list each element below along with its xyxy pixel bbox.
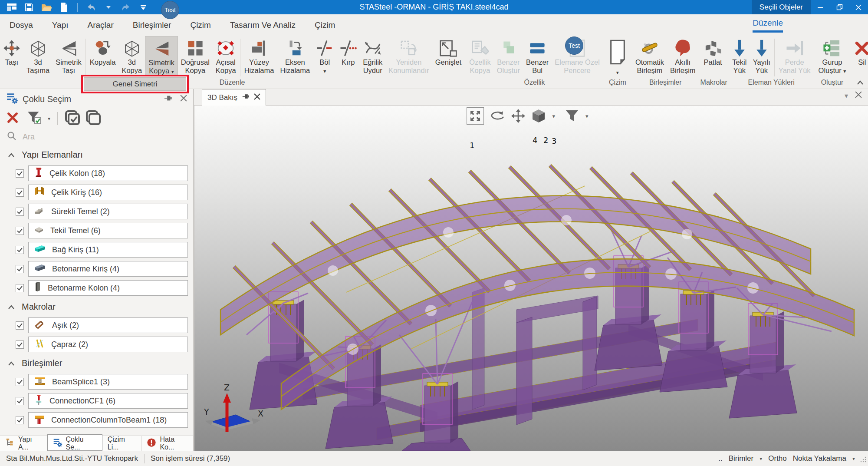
dropdown-caret-icon[interactable]: ▾ (552, 113, 556, 119)
item-surekli-temel[interactable]: Sürekli Temel (2) (28, 204, 188, 219)
checkbox[interactable] (16, 416, 24, 424)
ribbon-button-otomatik-birlesim[interactable]: OtomatikBirleşim (632, 36, 667, 78)
uncheck-all-button[interactable] (85, 110, 101, 127)
checkbox[interactable] (16, 397, 24, 405)
orbit-button[interactable] (489, 109, 506, 122)
app-icon[interactable] (6, 2, 17, 13)
tab-yapi-agaci[interactable]: Yapı A... (0, 436, 47, 451)
ribbon-button-perde-yanal-yuk[interactable]: PerdeYanal Yük (776, 36, 814, 78)
filter-dropdown-caret-icon[interactable]: ▾ (48, 116, 50, 121)
checkbox[interactable] (16, 265, 24, 273)
tab-duzenle[interactable]: Düzenle (750, 14, 786, 36)
checkbox[interactable] (16, 321, 24, 330)
close-button[interactable] (849, 0, 868, 14)
item-capraz[interactable]: Çapraz (2) (28, 337, 188, 352)
checkbox[interactable] (16, 169, 24, 178)
pan-button[interactable] (511, 109, 526, 123)
ribbon-button-tekil-yuk[interactable]: TekilYük (729, 36, 750, 78)
ribbon-button-eksen-hizalama[interactable]: EksenHizalama (277, 36, 313, 78)
ribbon-button-yayili-yuk[interactable]: YayılıYük (750, 36, 773, 78)
ribbon-button-egrilik-uydur[interactable]: EğrilikUydur (360, 36, 385, 78)
close-icon[interactable] (254, 93, 260, 102)
selected-objects-button[interactable]: Seçili Objeler (752, 0, 811, 14)
ribbon-button-yeniden-konumlandir[interactable]: YenidenKonumlandır (385, 36, 432, 78)
checkbox[interactable] (16, 378, 24, 386)
ribbon-button-cizim[interactable]: ▾ (605, 36, 631, 78)
undo-dropdown-caret-icon[interactable] (103, 2, 114, 13)
menu-birlesimler[interactable]: Birleşimler (131, 16, 173, 34)
ribbon-button-gurup-olustur[interactable]: GurupOluştur ▾ (815, 36, 849, 78)
restore-button[interactable] (830, 0, 849, 14)
search-input[interactable] (22, 132, 152, 142)
ribbon-button-akilli-birlesim[interactable]: AkıllıBirleşim (667, 36, 699, 78)
ribbon-button-3d-tasima[interactable]: 3dTaşıma (23, 36, 53, 78)
filter-button[interactable] (27, 110, 43, 127)
item-celik-kiris[interactable]: Çelik Kiriş (16) (28, 185, 188, 200)
save-button[interactable] (23, 2, 35, 13)
zoom-extents-button[interactable] (467, 107, 484, 125)
menu-araclar[interactable]: Araçlar (86, 16, 115, 34)
item-bag-kiris[interactable]: Bağ Kiriş (11) (28, 242, 188, 258)
view-cube-button[interactable] (531, 108, 546, 124)
checkbox[interactable] (16, 340, 24, 349)
menu-dosya[interactable]: Dosya (8, 16, 35, 34)
ribbon-button-bol[interactable]: Böl▾ (313, 36, 336, 78)
ribbon-button-kopyala[interactable]: Kopyala (87, 36, 119, 78)
undo-button[interactable] (85, 2, 97, 13)
check-all-button[interactable] (65, 110, 80, 127)
ribbon-button-genislet[interactable]: Genişlet (432, 36, 465, 78)
pin-icon[interactable] (242, 93, 250, 102)
3d-canvas[interactable]: 1 4 2 3 Z Y X (194, 106, 868, 451)
menu-item-genel-simetri[interactable]: Genel Simetri (84, 77, 186, 91)
ortho-toggle[interactable]: Ortho (768, 454, 787, 463)
section-header-makrolar[interactable]: Makrolar (0, 297, 193, 316)
item-betonarme-kolon[interactable]: Betonarme Kolon (4) (28, 280, 188, 296)
ribbon-button-sil[interactable]: Sil (851, 36, 868, 78)
menu-cizim-1[interactable]: Çizim (188, 16, 213, 34)
ribbon-button-acisal-kopya[interactable]: AçısalKopya (213, 36, 239, 78)
item-connectioncolumntobeam1[interactable]: ConnectionColumnToBeam1 (18) (28, 412, 188, 428)
ribbon-button-benzer-bul[interactable]: BenzerBul (523, 36, 552, 78)
item-connectioncf1[interactable]: ConnectionCF1 (6) (28, 393, 188, 409)
tab-list-caret-icon[interactable]: ▾ (845, 92, 848, 100)
ribbon-button-yuzey-hizalama[interactable]: YüzeyHizalama (241, 36, 277, 78)
checkbox[interactable] (16, 208, 24, 216)
units-dropdown[interactable]: Birimler (729, 454, 754, 463)
ribbon-button-simetrik-tasi[interactable]: SimetrikTaşı (53, 36, 85, 78)
new-document-button[interactable] (58, 2, 69, 13)
tab-3d-bakis[interactable]: 3D Bakış (202, 89, 266, 106)
checkbox[interactable] (16, 246, 24, 254)
close-icon[interactable] (180, 95, 187, 103)
view-filter-button[interactable] (565, 109, 579, 123)
ribbon-button-kirp[interactable]: Kırp (336, 36, 360, 78)
clear-selection-button[interactable] (6, 111, 19, 126)
dropdown-caret-icon[interactable]: ▾ (852, 456, 855, 461)
checkbox[interactable] (16, 284, 24, 292)
open-button[interactable] (41, 2, 52, 13)
menu-tasarim-ve-analiz[interactable]: Tasarım Ve Analiz (228, 16, 297, 34)
ribbon-button-benzer-olustur[interactable]: BenzerOluştur (494, 36, 523, 78)
close-document-icon[interactable] (855, 91, 862, 100)
customize-toolbar-button[interactable] (138, 2, 149, 13)
minimize-button[interactable] (811, 0, 830, 14)
ribbon-collapse-icon[interactable] (857, 79, 864, 87)
menu-yapi[interactable]: Yapı (50, 16, 70, 34)
tab-coklu-secim[interactable]: Çoklu Se... (47, 434, 102, 451)
ribbon-button-simetrik-kopya[interactable]: SimetrikKopya ▾ (145, 36, 178, 78)
dropdown-caret-icon[interactable]: ▾ (585, 113, 589, 119)
redo-button[interactable] (120, 2, 132, 13)
pin-icon[interactable] (164, 94, 172, 104)
resize-grip[interactable] (860, 456, 866, 465)
item-asik[interactable]: Aşık (2) (28, 317, 188, 333)
ribbon-button-3d-kopya[interactable]: 3dKopya (118, 36, 145, 78)
ribbon-button-tasi[interactable]: Taşı (0, 36, 23, 78)
menu-cizim-2[interactable]: Çizim (313, 16, 337, 34)
item-celik-kolon[interactable]: Çelik Kolon (18) (28, 165, 188, 181)
ribbon-button-ozellik-kopya[interactable]: ÖzellikKopya (466, 36, 494, 78)
section-header-birlesimler[interactable]: Birleşimler (0, 354, 193, 372)
dropdown-caret-icon[interactable]: ▾ (760, 456, 762, 461)
item-tekil-temel[interactable]: Tekil Temel (6) (28, 223, 188, 238)
item-beamsplice1[interactable]: BeamSplice1 (3) (28, 374, 188, 390)
tab-cizim-listesi[interactable]: Çizim Li... (102, 436, 142, 451)
checkbox[interactable] (16, 227, 24, 235)
